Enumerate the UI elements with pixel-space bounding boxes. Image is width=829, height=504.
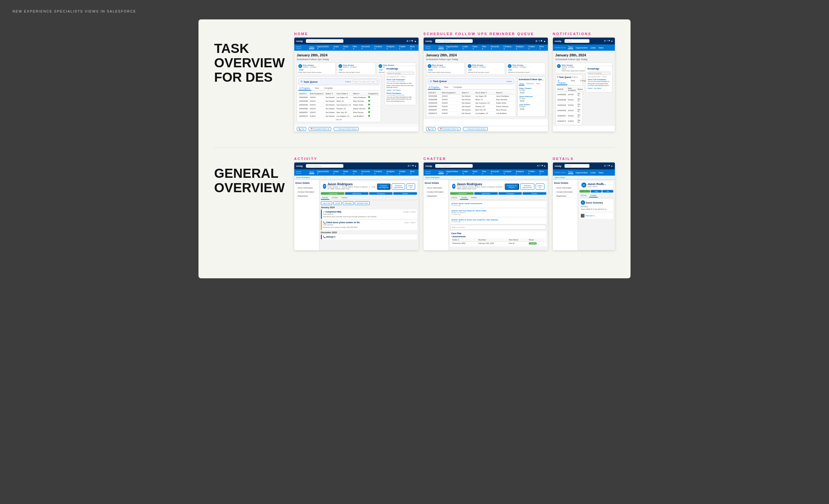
view-all[interactable]: View All xyxy=(298,119,380,120)
sfu-action-3[interactable]: Email xyxy=(519,108,525,110)
cell-name[interactable]: Robert Smith xyxy=(352,103,367,107)
cell-name[interactable]: Mary Sanchez xyxy=(352,99,367,103)
tab-inprogress-2[interactable]: In Progress xyxy=(428,85,440,89)
sf-search[interactable]: Search Salesforce xyxy=(306,39,344,43)
schedule-task-btn[interactable]: Schedule Task xyxy=(355,201,370,205)
nav-files-2[interactable]: Files ∨ xyxy=(482,45,488,50)
chatter-nav-tasks[interactable]: Tasks xyxy=(438,171,444,174)
tab-complete[interactable]: Complete xyxy=(323,86,334,91)
nav-opps-2[interactable]: Opportunities ∨ xyxy=(446,45,460,50)
table-row[interactable]: 0000000735/18/24Not St... xyxy=(556,119,584,124)
nav-more-2[interactable]: More ∨ xyxy=(539,45,546,50)
chatter-tab-details[interactable]: Details xyxy=(470,196,478,200)
table-row[interactable]: 0000000575/20/24Not St... xyxy=(556,113,584,119)
cell-name[interactable]: Jason Rodrigues xyxy=(352,96,367,99)
nav-chatter[interactable]: Chatter ∨ xyxy=(399,45,407,50)
chatter-nav-an[interactable]: Analytics ∨ xyxy=(516,170,526,175)
chatter-nav-tasks2[interactable]: Tasks ∨ xyxy=(472,170,480,175)
nav-analytics[interactable]: Analytics ∨ xyxy=(386,45,396,50)
scheduled-followup-btn-2[interactable]: 📅 Scheduled Follow Up xyxy=(438,127,461,131)
chatter-tab-chatter[interactable]: Chatter xyxy=(460,196,469,200)
det-nav-tasks[interactable]: Tasks xyxy=(568,171,573,174)
sfu-action-1[interactable]: Email xyxy=(519,92,525,94)
nav-analytics-2[interactable]: Analytics ∨ xyxy=(516,45,526,50)
cell-name[interactable]: Brian Penney xyxy=(352,110,367,114)
table-row[interactable]: 0000004955/22/24Not St... xyxy=(556,108,584,113)
tab-new-2[interactable]: New xyxy=(443,85,449,89)
act-nav-files[interactable]: Files ∨ xyxy=(353,170,359,175)
message-btn[interactable]: Message xyxy=(343,201,354,205)
act-nav-an[interactable]: Analytics ∨ xyxy=(386,170,396,175)
chatter-nav-opps[interactable]: Opportunities ∨ xyxy=(446,170,460,175)
care-row[interactable]: Preliminary HMQ February 23rd, 2024 Gina… xyxy=(452,242,545,245)
act-nav-tasks2[interactable]: Tasks ∨ xyxy=(343,170,350,175)
chatter-nav-files[interactable]: Files ∨ xyxy=(482,170,488,175)
call-btn-2[interactable]: 📞 Call xyxy=(426,127,435,131)
table-row[interactable]: 0000000575/20/24Not StartedNew York, NYB… xyxy=(428,108,514,112)
nav-chatter-2[interactable]: Chatter ∨ xyxy=(528,45,537,50)
tab-inprogress[interactable]: In Progress xyxy=(298,86,311,91)
inbound-contact-btn-2[interactable]: 📨 Inbound Contact Queue xyxy=(463,127,488,131)
sfu-tab-today[interactable]: Today xyxy=(519,82,525,85)
chatter-schedule-appt-btn[interactable]: Schedule Appointment xyxy=(520,183,534,190)
table-row[interactable]: 0000000985/24/24Not StartedMiami, FLMary… xyxy=(428,98,514,101)
notif-tab-new[interactable]: New xyxy=(570,79,576,85)
act-nav-leads[interactable]: Leads ∨ xyxy=(333,170,340,175)
act-nav-ch[interactable]: Chatter ∨ xyxy=(399,170,407,175)
cell-name[interactable]: Patrick Johnson xyxy=(352,107,367,110)
act-sidebar-info[interactable]: › Donor Information xyxy=(295,186,318,190)
tab-details[interactable]: Details xyxy=(340,196,349,200)
det-nav-leads[interactable]: Leads xyxy=(590,172,596,174)
table-row[interactable]: 000000073 5/18/24 Not Started Los Angele… xyxy=(298,114,380,118)
nav-contacts-2[interactable]: Contacts ∨ xyxy=(503,45,513,50)
sched-action-2[interactable]: Call xyxy=(468,69,472,71)
chatter-nav-leads[interactable]: Leads ∨ xyxy=(462,170,470,175)
det-sidebar-contact[interactable]: › Contact Information xyxy=(554,190,576,194)
cell-name[interactable]: Lola Bradford xyxy=(352,114,367,118)
table-row[interactable]: 000000090 3/24/24 Not Started Las Vegas,… xyxy=(298,96,380,99)
table-row[interactable]: 000000428 5/23/24 Not Started San Franci… xyxy=(298,103,380,107)
table-row[interactable]: 0000004955/22/24Not StartedPhoenix, AZPa… xyxy=(428,105,514,108)
task-action-3[interactable]: Call xyxy=(379,69,383,71)
act-nav-opps[interactable]: Opportunities ∨ xyxy=(317,170,331,175)
nav-tasks2-2[interactable]: Tasks ∨ xyxy=(472,45,480,50)
scheduled-followup-btn[interactable]: 📅 Scheduled Follow Up xyxy=(309,127,331,131)
sched-action-3[interactable]: Call xyxy=(508,69,512,71)
det-nav-opps[interactable]: Opportunities xyxy=(576,172,588,174)
nav-opps[interactable]: Opportunities ∨ xyxy=(317,45,331,50)
chatter-nav-cont[interactable]: Contacts ∨ xyxy=(503,170,513,175)
nav-contacts[interactable]: Contacts ∨ xyxy=(374,45,384,50)
table-row[interactable]: 000000098 5/24/24 Not Started Miami, FL … xyxy=(298,99,380,103)
chatter-nav-acc[interactable]: Accounts ∨ xyxy=(491,170,501,175)
chatter-comment-box[interactable]: Write a comment... xyxy=(450,225,546,230)
nav-leads-2[interactable]: Leads ∨ xyxy=(462,45,470,50)
nav-opps-3[interactable]: Opportunities xyxy=(576,47,588,49)
nav-more[interactable]: More ∨ xyxy=(410,45,417,50)
chatter-nav-ch[interactable]: Chatter ∨ xyxy=(528,170,537,175)
notif-tab-inprogress[interactable]: In Progress xyxy=(556,79,567,85)
tab-complete-2[interactable]: Complete xyxy=(452,85,463,89)
inbound-contact-btn[interactable]: 📨 Inbound Contact Queue xyxy=(334,127,358,131)
nav-tasks-3[interactable]: Tasks xyxy=(568,46,573,49)
not-helpful-btn[interactable]: Not Helpful xyxy=(393,89,400,91)
knowledge-search[interactable]: Search Knowledge xyxy=(387,72,414,75)
act-nav-acc[interactable]: Accounts ∨ xyxy=(361,170,372,175)
nav-tasks2[interactable]: Tasks ∨ xyxy=(343,45,350,50)
table-row[interactable]: 0000000985/24/24Not St... xyxy=(556,97,584,103)
act-sidebar-reg[interactable]: › Registration xyxy=(295,194,318,198)
act-nav-cont[interactable]: Contacts ∨ xyxy=(374,170,384,175)
notif-not-helpful-btn[interactable]: Not Helpful xyxy=(594,87,602,89)
chatter-tab-activity[interactable]: Activity xyxy=(450,196,459,200)
act-sidebar-contact[interactable]: › Contact Information xyxy=(295,190,318,194)
followup-btn[interactable]: Follow Up xyxy=(406,183,415,190)
det-sidebar-info[interactable]: › Donor Information xyxy=(554,186,576,190)
nav-accounts[interactable]: Accounts ∨ xyxy=(361,45,372,50)
act-nav-more[interactable]: More ∨ xyxy=(410,170,417,175)
helpful-btn[interactable]: Helpful xyxy=(387,89,392,91)
chatter-schedule-kit-btn[interactable]: Schedule Kit Request xyxy=(505,183,519,190)
nav-leads-3[interactable]: Leads xyxy=(590,47,596,49)
table-row[interactable]: 0000004285/23/24Not StartedSan Francisco… xyxy=(428,101,514,105)
schedule-kit-btn[interactable]: Schedule Kit Request xyxy=(377,183,390,190)
tab-chatter[interactable]: Chatter xyxy=(331,196,339,200)
sfu-tab-next[interactable]: Next xyxy=(536,82,540,85)
